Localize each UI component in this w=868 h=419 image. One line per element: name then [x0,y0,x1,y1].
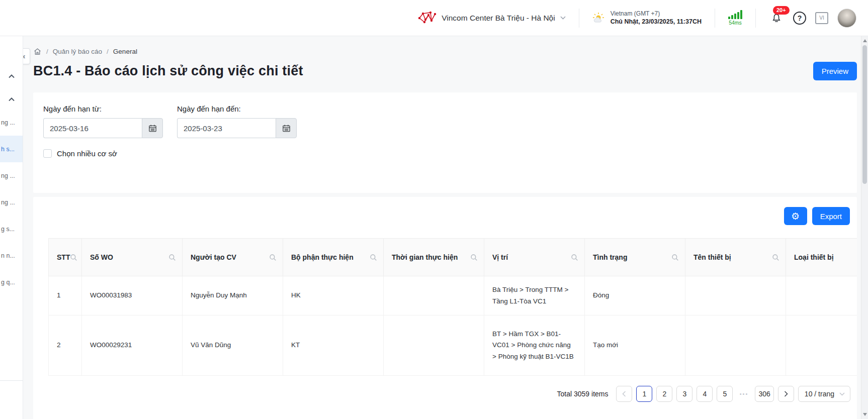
weather-sun-icon [592,12,605,24]
column-header: Người tạo CV [183,239,283,276]
pagination-page-button[interactable]: 4 [697,386,713,402]
multi-facility-checkbox[interactable] [43,149,52,158]
search-icon[interactable] [370,254,377,261]
sidebar-item-active[interactable]: h s... [0,136,23,162]
pagination-pages: 12345 [636,386,733,402]
scrollbar-thumb[interactable] [862,45,867,184]
column-header: STT [49,239,82,276]
table-cell: Tạo mới [585,316,685,376]
table-cell: KT [283,316,384,376]
column-header: Loại thiết bị [786,239,857,276]
sidebar-item[interactable]: ng ... [0,162,23,189]
table-header-row: STTSố WONgười tạo CVBộ phận thực hiệnThờ… [49,239,857,276]
pagination-page-button[interactable]: 1 [636,386,652,402]
latency-label: 54ms [729,20,742,26]
preview-button[interactable]: Preview [813,62,857,80]
help-icon: ? [798,14,802,22]
page-size-select[interactable]: 10 / trang [798,386,850,402]
date-to-label: Ngày đến hạn đến: [177,104,297,113]
divider [755,9,756,28]
table-cell [786,276,857,316]
column-header-label: Vị trí [492,253,508,261]
search-icon[interactable] [470,254,478,261]
divider [715,9,715,28]
sidebar-item[interactable]: g q... [0,269,23,295]
filter-date-to: Ngày đến hạn đến: [177,104,297,138]
column-header: Số WO [82,239,183,276]
scroll-up-arrow[interactable] [861,37,868,44]
pagination-next-button[interactable] [778,386,794,402]
filter-date-from: Ngày đến hạn từ: [43,104,163,138]
scroll-down-arrow[interactable] [861,411,868,418]
sidebar-item[interactable]: n n... [0,242,23,269]
pagination-page-button[interactable]: 2 [656,386,672,402]
column-header-label: Tên thiết bị [693,253,731,261]
column-header: Tình trạng [585,239,685,276]
search-icon[interactable] [571,254,578,261]
column-header-label: Thời gian thực hiện [392,253,458,261]
search-icon[interactable] [671,254,679,261]
date-from-input[interactable] [43,118,142,138]
column-header-label: STT [57,253,70,261]
site-selector[interactable]: Vincom Center Bà Triệu - Hà Nội [418,11,565,25]
column-header: Bộ phận thực hiện [283,239,384,276]
sidebar-item[interactable]: ng ... [0,109,23,136]
main-content: « / Quản lý báo cáo / General BC1.4 - Bá… [23,36,868,419]
signal-bars-icon [728,10,742,19]
table-cell: Đóng [585,276,685,316]
export-button[interactable]: Export [812,207,850,225]
search-icon[interactable] [168,254,176,261]
chevron-up-icon[interactable] [0,74,23,78]
multi-facility-label: Chọn nhiều cơ sở [57,149,117,158]
pagination-ellipsis[interactable]: ••• [737,391,751,397]
column-header-label: Người tạo CV [191,253,236,261]
gear-icon: ⚙ [791,212,800,221]
table-row: 1WO00031983Nguyễn Duy MạnhHKBà Triệu > T… [49,276,857,316]
table-row: 2WO00029231Vũ Văn DũngKTBT > Hầm TGX > B… [49,316,857,376]
column-header-label: Loại thiết bị [794,253,834,261]
home-icon[interactable] [33,47,42,56]
page-layout: ng ...h s...ng ...ng ...g s...n n...g q.… [0,36,868,419]
column-header-label: Tình trạng [593,253,627,261]
pagination-prev-button[interactable] [616,386,632,402]
language-switcher[interactable]: VI [815,12,828,24]
date-to-input[interactable] [177,118,276,138]
breadcrumb-separator: / [107,48,109,55]
chevron-down-icon [839,392,845,396]
weather-locale: Vietnam (GMT +7) Chủ Nhật, 23/03/2025, 1… [592,10,702,26]
table-cell [384,276,484,316]
search-icon[interactable] [772,254,779,261]
user-avatar[interactable] [837,9,856,28]
breadcrumb-item[interactable]: Quản lý báo cáo [53,48,102,55]
calendar-icon[interactable] [276,118,297,138]
pagination-page-button[interactable]: 3 [676,386,692,402]
sidebar-item[interactable]: g s... [0,216,23,242]
table-cell: Bà Triệu > Trong TTTM > Tầng L1-Tòa VC1 [484,276,585,316]
sidebar-collapse-button[interactable]: « [23,48,30,64]
vertical-scrollbar[interactable] [861,36,868,419]
locale-datetime: Chủ Nhật, 23/03/2025, 11:37CH [611,18,702,26]
pagination: Total 3059 items 12345 ••• 306 10 / tran… [33,386,857,402]
divider [579,9,579,28]
table-cell: Vũ Văn Dũng [183,316,283,376]
column-header: Tên thiết bị [685,239,786,276]
date-from-label: Ngày đến hạn từ: [43,104,163,113]
collapsed-sidebar: ng ...h s...ng ...ng ...g s...n n...g q.… [0,36,23,419]
search-icon[interactable] [70,254,77,261]
page-title: BC1.4 - Báo cáo lịch sử công việc chi ti… [33,63,303,79]
breadcrumb-separator: / [46,48,48,55]
notifications-button[interactable]: 20+ [769,11,784,26]
network-signal: 54ms [728,10,742,26]
sidebar-item-list: ng ...h s...ng ...ng ...g s...n n...g q.… [0,109,23,295]
calendar-icon[interactable] [142,118,163,138]
chevron-up-icon[interactable] [0,97,23,101]
table-cell: WO00031983 [82,276,183,316]
table-settings-button[interactable]: ⚙ [784,207,807,225]
pagination-last-page-button[interactable]: 306 [755,386,773,402]
pagination-page-button[interactable]: 5 [717,386,733,402]
search-icon[interactable] [269,254,277,261]
column-header-label: Bộ phận thực hiện [291,253,354,261]
help-button[interactable]: ? [793,12,806,25]
table-scroll-area: STTSố WONgười tạo CVBộ phận thực hiệnThờ… [48,238,857,376]
sidebar-item[interactable]: ng ... [0,189,23,216]
